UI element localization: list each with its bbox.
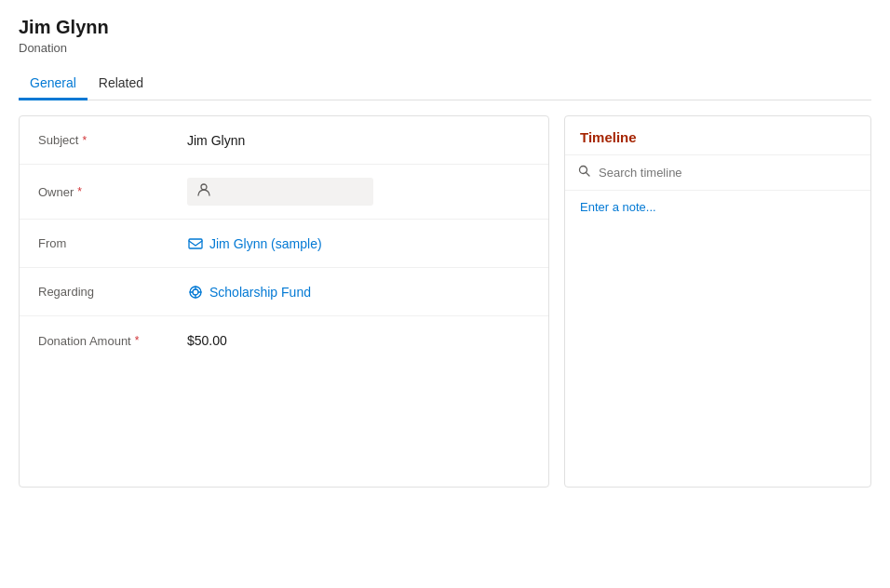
timeline-header: Timeline [565,116,870,155]
subject-row: Subject * Jim Glynn [20,116,548,165]
tab-general[interactable]: General [19,68,88,100]
form-card: Subject * Jim Glynn Owner * [19,115,549,488]
donation-amount-value[interactable]: $50.00 [187,333,530,348]
owner-required: * [77,185,82,198]
owner-row: Owner * [20,165,548,220]
record-subtitle: Donation [19,41,871,55]
from-label: From [38,236,187,250]
subject-label: Subject * [38,133,187,147]
main-content: Subject * Jim Glynn Owner * [19,115,871,488]
owner-value [187,178,530,206]
donation-amount-row: Donation Amount * $50.00 [20,316,548,365]
enter-note[interactable]: Enter a note... [565,191,870,223]
subject-required: * [82,134,87,147]
owner-input-wrapper[interactable] [187,178,373,206]
subject-value[interactable]: Jim Glynn [187,133,530,148]
svg-rect-1 [189,239,202,248]
record-header: Jim Glynn Donation [19,15,871,55]
svg-point-0 [201,184,207,190]
svg-point-3 [193,289,198,295]
search-icon [578,165,591,180]
search-timeline-input[interactable] [599,166,857,180]
from-icon [187,235,204,252]
tabs-container: General Related [19,68,871,100]
regarding-label: Regarding [38,285,187,299]
record-title: Jim Glynn [19,15,871,39]
from-value[interactable]: Jim Glynn (sample) [187,235,530,252]
donation-amount-required: * [135,334,140,347]
regarding-row: Regarding Scholarship Fund [20,268,548,316]
regarding-icon [187,284,204,301]
timeline-panel: Timeline Enter a note... [564,115,871,488]
tab-related[interactable]: Related [88,68,155,100]
owner-label: Owner * [38,185,187,199]
timeline-search-row [565,155,870,191]
person-icon [196,182,211,201]
page-container: Jim Glynn Donation General Related Subje… [0,0,890,502]
from-row: From Jim Glynn (sample) [20,220,548,268]
regarding-value[interactable]: Scholarship Fund [187,284,530,301]
donation-amount-label: Donation Amount * [38,334,187,348]
